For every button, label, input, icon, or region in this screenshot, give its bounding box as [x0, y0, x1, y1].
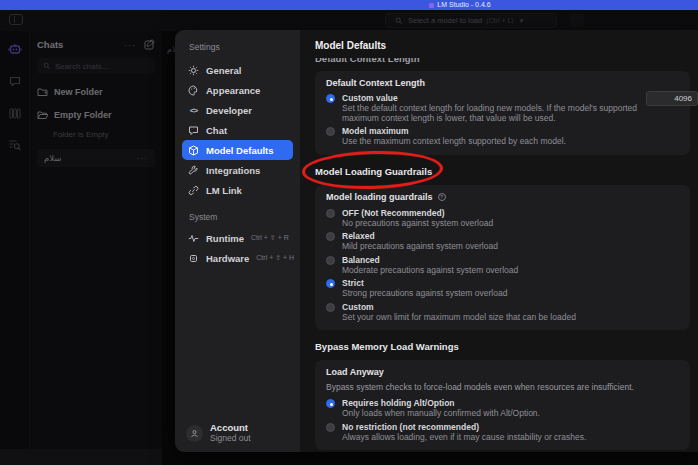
context-card-title: Default Context Length — [326, 78, 679, 88]
option-guardrails-off[interactable]: OFF (Not Recommended) No precautions aga… — [326, 208, 679, 229]
settings-nav: Settings General Appearance <> Developer — [175, 30, 300, 452]
guardrails-label: Model loading guardrails — [326, 192, 433, 202]
radio-model-maximum[interactable] — [326, 127, 335, 136]
app-window: LM Studio - 0.4.6 Select a model to load… — [0, 0, 698, 465]
default-context-length-card: Default Context Length Custom value Set … — [315, 71, 690, 155]
code-icon: <> — [188, 105, 199, 116]
model-loading-guardrails-card: Model loading guardrails ? OFF (Not Reco… — [315, 185, 690, 331]
nav-item-general[interactable]: General — [182, 60, 293, 80]
radio-guardrails-off[interactable] — [326, 209, 335, 218]
load-anyway-desc: Bypass system checks to force-load model… — [326, 382, 679, 392]
bypass-section-header: Bypass Memory Load Warnings — [315, 342, 690, 352]
activity-pulse-icon — [188, 233, 199, 244]
palette-icon — [188, 85, 199, 96]
nav-item-integrations[interactable]: Integrations — [182, 160, 293, 180]
radio-guardrails-relaxed[interactable] — [326, 232, 335, 241]
nav-item-model-defaults[interactable]: Model Defaults — [182, 140, 293, 160]
runtime-shortcut: Ctrl + ⇧ + R — [251, 234, 289, 242]
radio-guardrails-strict[interactable] — [326, 279, 335, 288]
help-icon[interactable]: ? — [438, 193, 446, 201]
load-anyway-title: Load Anyway — [326, 367, 679, 377]
link-icon — [188, 185, 199, 196]
option-no-restriction[interactable]: No restriction (not recommended) Always … — [326, 422, 679, 443]
os-titlebar: LM Studio - 0.4.6 — [0, 0, 698, 10]
person-icon — [190, 429, 199, 438]
radio-requires-alt-option[interactable] — [326, 399, 335, 408]
chip-icon — [188, 253, 199, 264]
option-guardrails-custom[interactable]: Custom Set your own limit for maximum mo… — [326, 302, 679, 323]
radio-custom-value[interactable] — [326, 94, 335, 103]
settings-nav-title: Settings — [189, 42, 293, 52]
cube-icon — [188, 145, 199, 156]
nav-item-lm-link[interactable]: LM Link — [182, 180, 293, 200]
wrench-icon — [188, 165, 199, 176]
gear-icon — [188, 65, 199, 76]
nav-item-hardware[interactable]: Hardware Ctrl + ⇧ + H — [182, 248, 293, 268]
option-requires-alt-option[interactable]: Requires holding Alt/Option Only loads w… — [326, 398, 679, 419]
option-guardrails-relaxed[interactable]: Relaxed Mild precautions against system … — [326, 231, 679, 252]
option-custom-value[interactable]: Custom value Set the default context len… — [326, 93, 679, 123]
radio-guardrails-custom[interactable] — [326, 303, 335, 312]
radio-no-restriction[interactable] — [326, 423, 335, 432]
account-label: Account — [210, 423, 251, 433]
load-anyway-card: Load Anyway Bypass system checks to forc… — [315, 360, 690, 450]
avatar — [186, 425, 203, 442]
nav-item-chat[interactable]: Chat — [182, 120, 293, 140]
nav-item-appearance[interactable]: Appearance — [182, 80, 293, 100]
settings-dialog: Settings General Appearance <> Developer — [175, 30, 698, 452]
nav-item-developer[interactable]: <> Developer — [182, 100, 293, 120]
system-section-label: System — [189, 212, 293, 222]
option-model-maximum[interactable]: Model maximum Use the maximum context le… — [326, 126, 679, 147]
option-guardrails-strict[interactable]: Strict Strong precautions against system… — [326, 278, 679, 299]
page-title: Model Defaults — [315, 40, 690, 52]
scrolled-section-header: Default Context Length — [315, 58, 690, 65]
lmstudio-logo-icon — [429, 3, 434, 8]
nav-item-runtime[interactable]: Runtime Ctrl + ⇧ + R — [182, 228, 293, 248]
option-guardrails-balanced[interactable]: Balanced Moderate precautions against sy… — [326, 255, 679, 276]
account-button[interactable]: Account Signed out — [186, 423, 251, 443]
context-length-input[interactable] — [646, 91, 698, 106]
account-status: Signed out — [210, 433, 251, 443]
hardware-shortcut: Ctrl + ⇧ + H — [256, 254, 294, 262]
radio-guardrails-balanced[interactable] — [326, 256, 335, 265]
settings-content: Model Defaults Default Context Length De… — [300, 30, 698, 452]
chat-bubble-icon — [188, 125, 199, 136]
window-title: LM Studio - 0.4.6 — [437, 0, 490, 10]
